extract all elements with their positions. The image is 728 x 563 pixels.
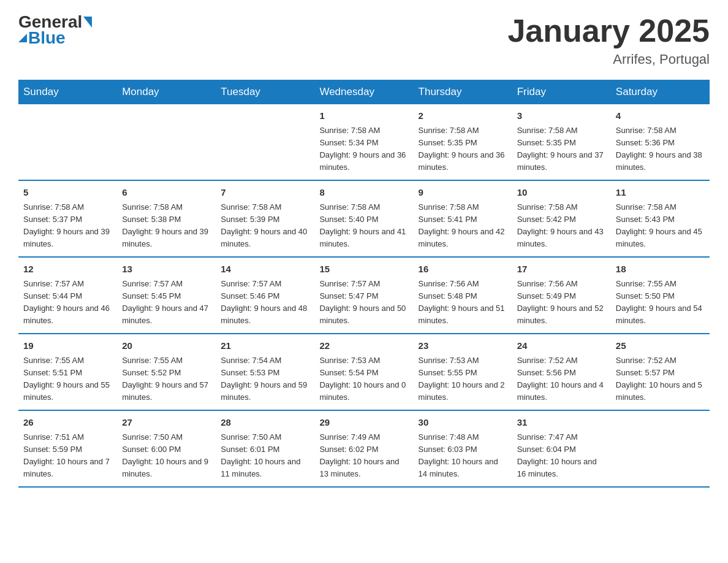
week-row-4: 19Sunrise: 7:55 AMSunset: 5:51 PMDayligh… [18, 334, 710, 410]
day-info: Sunrise: 7:58 AMSunset: 5:37 PMDaylight:… [23, 202, 110, 248]
calendar-cell [611, 410, 710, 487]
day-number: 29 [319, 416, 408, 430]
calendar-cell: 21Sunrise: 7:54 AMSunset: 5:53 PMDayligh… [216, 334, 314, 410]
day-info: Sunrise: 7:52 AMSunset: 5:57 PMDaylight:… [616, 356, 702, 402]
day-number: 28 [221, 416, 309, 430]
calendar-cell: 3Sunrise: 7:58 AMSunset: 5:35 PMDaylight… [512, 104, 611, 180]
day-number: 8 [319, 186, 408, 200]
day-info: Sunrise: 7:58 AMSunset: 5:34 PMDaylight:… [319, 126, 406, 172]
calendar-cell: 19Sunrise: 7:55 AMSunset: 5:51 PMDayligh… [18, 334, 117, 410]
day-info: Sunrise: 7:58 AMSunset: 5:36 PMDaylight:… [616, 126, 702, 172]
weekday-header-monday: Monday [117, 80, 216, 104]
calendar-title: January 2025 [507, 12, 710, 49]
logo: General Blue [18, 12, 93, 48]
day-info: Sunrise: 7:52 AMSunset: 5:56 PMDaylight:… [517, 356, 604, 402]
calendar-cell: 29Sunrise: 7:49 AMSunset: 6:02 PMDayligh… [314, 410, 413, 487]
weekday-header-row: SundayMondayTuesdayWednesdayThursdayFrid… [18, 80, 710, 104]
day-number: 18 [616, 262, 705, 277]
calendar-cell: 25Sunrise: 7:52 AMSunset: 5:57 PMDayligh… [611, 334, 710, 410]
day-number: 7 [221, 186, 309, 200]
day-info: Sunrise: 7:50 AMSunset: 6:00 PMDaylight:… [122, 432, 208, 478]
day-info: Sunrise: 7:58 AMSunset: 5:39 PMDaylight:… [221, 202, 307, 248]
logo-arrow-icon [83, 17, 92, 28]
day-number: 20 [122, 339, 211, 353]
day-info: Sunrise: 7:57 AMSunset: 5:44 PMDaylight:… [23, 279, 110, 325]
day-number: 24 [517, 339, 606, 353]
day-number: 1 [319, 109, 408, 123]
calendar-cell: 30Sunrise: 7:48 AMSunset: 6:03 PMDayligh… [414, 410, 512, 487]
day-info: Sunrise: 7:51 AMSunset: 5:59 PMDaylight:… [23, 432, 110, 478]
day-number: 12 [23, 262, 112, 277]
calendar-cell: 12Sunrise: 7:57 AMSunset: 5:44 PMDayligh… [18, 257, 117, 334]
day-number: 27 [122, 416, 211, 430]
calendar-cell: 5Sunrise: 7:58 AMSunset: 5:37 PMDaylight… [18, 180, 117, 257]
day-number: 4 [616, 109, 705, 123]
weekday-header-thursday: Thursday [414, 80, 512, 104]
day-number: 2 [419, 109, 507, 123]
day-number: 10 [517, 186, 606, 200]
calendar-cell [216, 104, 314, 180]
weekday-header-saturday: Saturday [611, 80, 710, 104]
week-row-5: 26Sunrise: 7:51 AMSunset: 5:59 PMDayligh… [18, 410, 710, 487]
day-info: Sunrise: 7:58 AMSunset: 5:35 PMDaylight:… [517, 126, 604, 172]
day-number: 15 [319, 262, 408, 277]
day-number: 22 [319, 339, 408, 353]
calendar-cell: 28Sunrise: 7:50 AMSunset: 6:01 PMDayligh… [216, 410, 314, 487]
calendar-title-block: January 2025 Arrifes, Portugal [507, 12, 710, 67]
calendar-cell: 20Sunrise: 7:55 AMSunset: 5:52 PMDayligh… [117, 334, 216, 410]
calendar-subtitle: Arrifes, Portugal [507, 52, 710, 67]
page-header: General Blue January 2025 Arrifes, Portu… [18, 12, 710, 67]
day-number: 21 [221, 339, 309, 353]
day-info: Sunrise: 7:58 AMSunset: 5:43 PMDaylight:… [616, 202, 702, 248]
day-info: Sunrise: 7:56 AMSunset: 5:48 PMDaylight:… [419, 279, 505, 325]
calendar-cell [117, 104, 216, 180]
day-number: 23 [419, 339, 507, 353]
day-number: 26 [23, 416, 112, 430]
calendar-cell [18, 104, 117, 180]
day-number: 11 [616, 186, 705, 200]
calendar-cell: 4Sunrise: 7:58 AMSunset: 5:36 PMDaylight… [611, 104, 710, 180]
day-info: Sunrise: 7:58 AMSunset: 5:38 PMDaylight:… [122, 202, 208, 248]
day-number: 19 [23, 339, 112, 353]
day-number: 17 [517, 262, 606, 277]
day-info: Sunrise: 7:57 AMSunset: 5:46 PMDaylight:… [221, 279, 307, 325]
calendar-cell: 6Sunrise: 7:58 AMSunset: 5:38 PMDaylight… [117, 180, 216, 257]
day-number: 31 [517, 416, 606, 430]
calendar-cell: 17Sunrise: 7:56 AMSunset: 5:49 PMDayligh… [512, 257, 611, 334]
day-info: Sunrise: 7:55 AMSunset: 5:52 PMDaylight:… [122, 356, 208, 402]
day-number: 14 [221, 262, 309, 277]
day-number: 25 [616, 339, 705, 353]
day-number: 13 [122, 262, 211, 277]
calendar-cell: 31Sunrise: 7:47 AMSunset: 6:04 PMDayligh… [512, 410, 611, 487]
day-info: Sunrise: 7:54 AMSunset: 5:53 PMDaylight:… [221, 356, 307, 402]
calendar-cell: 13Sunrise: 7:57 AMSunset: 5:45 PMDayligh… [117, 257, 216, 334]
week-row-3: 12Sunrise: 7:57 AMSunset: 5:44 PMDayligh… [18, 257, 710, 334]
day-info: Sunrise: 7:58 AMSunset: 5:42 PMDaylight:… [517, 202, 604, 248]
calendar-cell: 9Sunrise: 7:58 AMSunset: 5:41 PMDaylight… [414, 180, 512, 257]
weekday-header-wednesday: Wednesday [314, 80, 413, 104]
day-info: Sunrise: 7:48 AMSunset: 6:03 PMDaylight:… [419, 432, 498, 478]
day-info: Sunrise: 7:55 AMSunset: 5:50 PMDaylight:… [616, 279, 702, 325]
day-number: 9 [419, 186, 507, 200]
day-info: Sunrise: 7:47 AMSunset: 6:04 PMDaylight:… [517, 432, 597, 478]
week-row-2: 5Sunrise: 7:58 AMSunset: 5:37 PMDaylight… [18, 180, 710, 257]
day-info: Sunrise: 7:57 AMSunset: 5:47 PMDaylight:… [319, 279, 406, 325]
day-info: Sunrise: 7:53 AMSunset: 5:54 PMDaylight:… [319, 356, 406, 402]
calendar-cell: 11Sunrise: 7:58 AMSunset: 5:43 PMDayligh… [611, 180, 710, 257]
calendar-cell: 27Sunrise: 7:50 AMSunset: 6:00 PMDayligh… [117, 410, 216, 487]
day-info: Sunrise: 7:49 AMSunset: 6:02 PMDaylight:… [319, 432, 399, 478]
calendar-cell: 15Sunrise: 7:57 AMSunset: 5:47 PMDayligh… [314, 257, 413, 334]
day-info: Sunrise: 7:53 AMSunset: 5:55 PMDaylight:… [419, 356, 505, 402]
day-info: Sunrise: 7:58 AMSunset: 5:41 PMDaylight:… [419, 202, 505, 248]
calendar-cell: 22Sunrise: 7:53 AMSunset: 5:54 PMDayligh… [314, 334, 413, 410]
day-number: 30 [419, 416, 507, 430]
day-info: Sunrise: 7:57 AMSunset: 5:45 PMDaylight:… [122, 279, 208, 325]
day-info: Sunrise: 7:58 AMSunset: 5:40 PMDaylight:… [319, 202, 406, 248]
day-info: Sunrise: 7:58 AMSunset: 5:35 PMDaylight:… [419, 126, 505, 172]
day-number: 3 [517, 109, 606, 123]
calendar-cell: 10Sunrise: 7:58 AMSunset: 5:42 PMDayligh… [512, 180, 611, 257]
day-info: Sunrise: 7:55 AMSunset: 5:51 PMDaylight:… [23, 356, 110, 402]
day-number: 5 [23, 186, 112, 200]
calendar-cell: 7Sunrise: 7:58 AMSunset: 5:39 PMDaylight… [216, 180, 314, 257]
calendar-cell: 26Sunrise: 7:51 AMSunset: 5:59 PMDayligh… [18, 410, 117, 487]
